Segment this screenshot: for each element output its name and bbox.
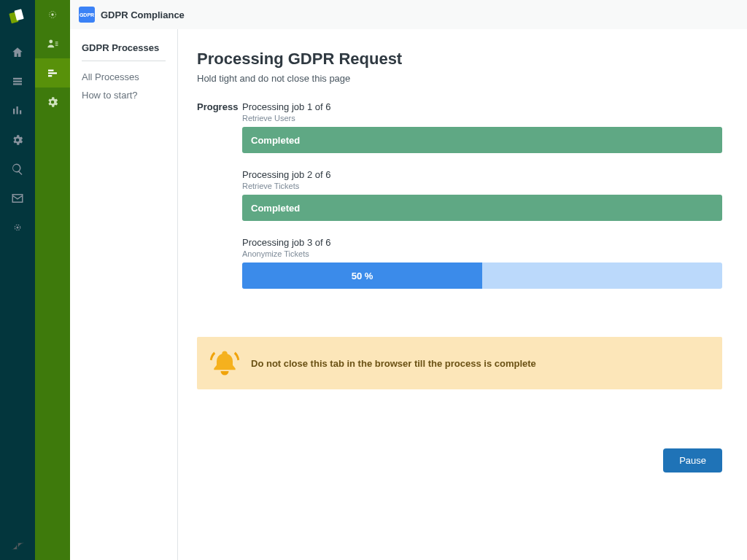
- nav-app[interactable]: [0, 213, 35, 242]
- job-2-subtitle: Retrieve Tickets: [242, 182, 722, 190]
- sidebar-link-how-to-start[interactable]: How to start?: [82, 90, 166, 101]
- job-1: Processing job 1 of 6 Retrieve Users Com…: [242, 101, 722, 153]
- sidebar-divider: [82, 61, 166, 61]
- warning-text: Do not close this tab in the browser til…: [251, 358, 536, 369]
- top-bar: GDPR GDPR Compliance: [70, 0, 747, 29]
- svg-point-6: [49, 40, 53, 44]
- body-split: GDPR Processes All Processes How to star…: [70, 29, 747, 560]
- section-sidebar: GDPR Processes All Processes How to star…: [70, 29, 178, 560]
- job-2: Processing job 2 of 6 Retrieve Tickets C…: [242, 169, 722, 221]
- nav-mail[interactable]: [0, 184, 35, 213]
- job-2-progress-bar: Completed: [242, 195, 722, 221]
- primary-nav-rail: [0, 0, 35, 560]
- nav-admin[interactable]: [0, 125, 35, 155]
- job-3-percent-label: 50 %: [352, 271, 374, 281]
- zendesk-logo-icon: [0, 538, 35, 554]
- brand-logo: [6, 6, 29, 29]
- app-title: GDPR Compliance: [101, 9, 185, 20]
- app-nav-rail: [35, 0, 70, 560]
- app-root: GDPR GDPR Compliance GDPR Processes All …: [0, 0, 747, 560]
- warning-notice: Do not close this tab in the browser til…: [197, 337, 722, 389]
- nav-home[interactable]: [0, 38, 35, 67]
- progress-label: Progress: [197, 101, 242, 305]
- nav-search[interactable]: [0, 155, 35, 184]
- job-2-status: Completed: [251, 203, 300, 214]
- app-badge-icon: GDPR: [79, 7, 95, 23]
- job-2-title: Processing job 2 of 6: [242, 169, 722, 180]
- sidebar-link-all-processes[interactable]: All Processes: [82, 71, 166, 82]
- job-3-title: Processing job 3 of 6: [242, 237, 722, 248]
- job-3-progress-fill: 50 %: [242, 262, 482, 289]
- svg-point-3: [17, 227, 19, 229]
- job-3: Processing job 3 of 6 Anonymize Tickets …: [242, 237, 722, 289]
- page-title: Processing GDPR Request: [197, 50, 722, 69]
- app-nav-users[interactable]: [35, 29, 70, 58]
- nav-views[interactable]: [0, 67, 35, 96]
- bell-icon: [209, 347, 241, 379]
- job-1-status: Completed: [251, 135, 300, 146]
- svg-point-5: [51, 13, 53, 15]
- footer-actions: Pause: [663, 448, 722, 472]
- job-1-subtitle: Retrieve Users: [242, 114, 722, 122]
- main-content: Processing GDPR Request Hold tight and d…: [178, 29, 747, 560]
- job-1-progress-bar: Completed: [242, 127, 722, 153]
- jobs-list: Processing job 1 of 6 Retrieve Users Com…: [242, 101, 722, 305]
- app-nav-processes[interactable]: [35, 58, 70, 88]
- progress-section: Progress Processing job 1 of 6 Retrieve …: [197, 101, 722, 305]
- job-3-subtitle: Anonymize Tickets: [242, 249, 722, 258]
- nav-reporting[interactable]: [0, 96, 35, 125]
- pause-button[interactable]: Pause: [663, 448, 722, 472]
- sidebar-heading: GDPR Processes: [82, 42, 166, 53]
- job-3-progress-bar: 50 %: [242, 262, 722, 289]
- app-nav-dashboard[interactable]: [35, 0, 70, 29]
- page-subtitle: Hold tight and do not close this page: [197, 73, 722, 84]
- app-nav-settings[interactable]: [35, 88, 70, 117]
- content-column: GDPR GDPR Compliance GDPR Processes All …: [70, 0, 747, 560]
- job-1-title: Processing job 1 of 6: [242, 101, 722, 112]
